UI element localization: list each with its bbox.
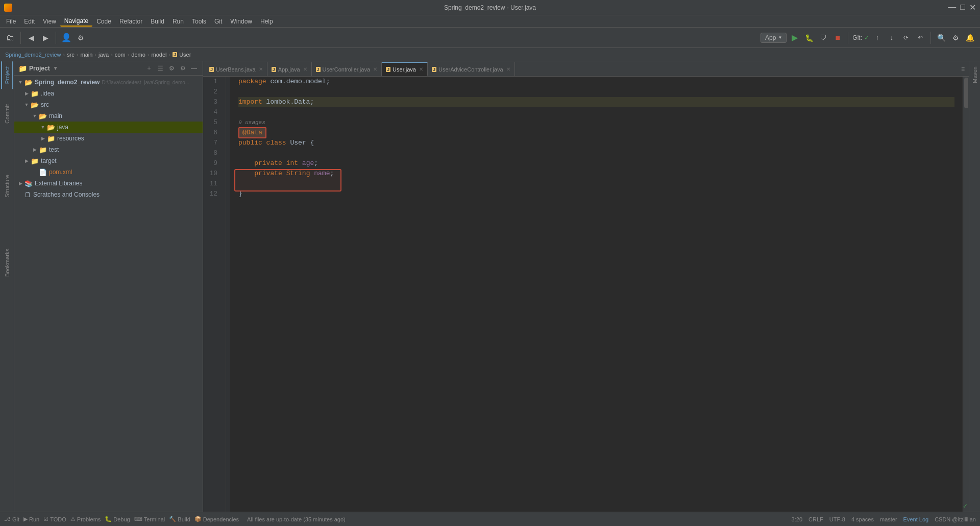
tab-close-icon-ua[interactable]: ✕ xyxy=(506,66,510,72)
menu-build[interactable]: Build xyxy=(146,17,168,26)
git-pull-icon[interactable]: ↓ xyxy=(886,32,898,44)
tree-item-java[interactable]: ▼ 📂 java xyxy=(14,122,203,133)
git-branch-label[interactable]: master xyxy=(880,516,897,522)
debug-status-tab[interactable]: 🐛 Debug xyxy=(105,516,130,522)
debug-btn[interactable]: 🐛 xyxy=(803,32,815,44)
tab-usercontroller[interactable]: J UserController.java ✕ xyxy=(312,62,382,76)
tree-item-src[interactable]: ▼ 📂 src xyxy=(14,99,203,110)
project-tab[interactable]: Project xyxy=(1,61,13,89)
settings-btn[interactable]: ⚙ xyxy=(75,32,87,44)
filter-btn[interactable]: ⚙ xyxy=(167,64,176,73)
structure-tab[interactable]: Structure xyxy=(2,170,12,203)
menu-view[interactable]: View xyxy=(39,17,60,26)
tab-close-icon-app[interactable]: ✕ xyxy=(303,66,307,72)
maximize-button[interactable]: □ xyxy=(960,3,965,12)
profile-btn[interactable]: 👤 xyxy=(60,32,72,44)
menu-window[interactable]: Window xyxy=(226,17,256,26)
indent-setting[interactable]: 4 spaces xyxy=(851,516,874,522)
menu-help[interactable]: Help xyxy=(256,17,277,26)
tab-app[interactable]: J App.java ✕ xyxy=(267,62,312,76)
encoding[interactable]: UTF-8 xyxy=(829,516,845,522)
settings-gear-btn[interactable]: ⚙ xyxy=(949,32,962,44)
run-status-tab[interactable]: ▶ Run xyxy=(23,516,39,522)
menu-run[interactable]: Run xyxy=(168,17,188,26)
tree-item-scratches[interactable]: ▶ 🗒 Scratches and Consoles xyxy=(14,189,203,200)
breadcrumb-demo[interactable]: demo xyxy=(131,52,145,58)
tree-item-pom[interactable]: ▶ 📄 pom.xml xyxy=(14,166,203,178)
breadcrumb-java[interactable]: java xyxy=(99,52,109,58)
commit-tab[interactable]: Commit xyxy=(2,99,12,129)
code-line-5-annotation: @Data xyxy=(238,128,954,138)
dropdown-arrow[interactable]: ▼ xyxy=(53,65,58,71)
tab-close-icon[interactable]: ✕ xyxy=(259,66,263,72)
gear-btn[interactable]: ⚙ xyxy=(178,64,187,73)
maven-label[interactable]: Maven xyxy=(972,66,978,83)
build-status-tab[interactable]: 🔨 Build xyxy=(169,516,190,522)
git-undo-icon[interactable]: ↶ xyxy=(914,32,926,44)
add-btn[interactable]: ＋ xyxy=(144,64,154,73)
breadcrumb-com[interactable]: com xyxy=(115,52,126,58)
tree-item-extlib[interactable]: ▶ 📚 External Libraries xyxy=(14,178,203,189)
menu-edit[interactable]: Edit xyxy=(20,17,39,26)
back-btn[interactable]: ◀ xyxy=(25,32,37,44)
menu-file[interactable]: File xyxy=(2,17,20,26)
tree-label-resources: resources xyxy=(57,135,84,142)
tab-overflow-btn[interactable]: ≡ xyxy=(957,65,969,73)
dependencies-status-tab[interactable]: 📦 Dependencies xyxy=(194,516,239,522)
tree-item-main[interactable]: ▼ 📂 main xyxy=(14,110,203,122)
tree-item-target[interactable]: ▶ 📁 target xyxy=(14,155,203,166)
maven-panel: Maven xyxy=(969,61,980,512)
menu-git[interactable]: Git xyxy=(210,17,226,26)
breadcrumb-project[interactable]: Spring_demo2_review xyxy=(5,52,61,58)
git-status-tab[interactable]: ⎇ Git xyxy=(4,516,19,522)
menu-refactor[interactable]: Refactor xyxy=(115,17,146,26)
src-folder-icon: 📂 xyxy=(31,101,39,109)
menu-tools[interactable]: Tools xyxy=(188,17,210,26)
breadcrumb-model[interactable]: model xyxy=(152,52,167,58)
line-ending[interactable]: CRLF xyxy=(808,516,823,522)
tree-item-resources[interactable]: ▶ 📁 resources xyxy=(14,133,203,144)
tree-label-idea: .idea xyxy=(41,90,54,97)
tree-item-root[interactable]: ▼ 📂 Spring_demo2_review D:\Java\code\tes… xyxy=(14,77,203,88)
tab-close-icon-uc[interactable]: ✕ xyxy=(373,66,377,72)
project-panel-title: Project xyxy=(29,65,50,72)
bookmarks-tab[interactable]: Bookmarks xyxy=(2,244,12,282)
close-button[interactable]: ✕ xyxy=(969,3,976,12)
code-area[interactable]: package com.demo.model; import lombok.Da… xyxy=(230,77,963,512)
notifications-btn[interactable]: 🔔 xyxy=(964,32,976,44)
project-icon-btn[interactable]: 🗂 xyxy=(4,32,16,44)
forward-btn[interactable]: ▶ xyxy=(39,32,52,44)
cursor-position[interactable]: 3:20 xyxy=(792,516,802,522)
breadcrumb-main[interactable]: main xyxy=(80,52,92,58)
separator-3 xyxy=(848,32,848,44)
menu-code[interactable]: Code xyxy=(92,17,115,26)
code-line-6: public class User { xyxy=(238,138,954,148)
terminal-status-tab[interactable]: ⌨ Terminal xyxy=(134,516,165,522)
event-log-label[interactable]: Event Log xyxy=(903,516,929,522)
stop-btn[interactable]: ■ xyxy=(831,32,844,44)
resources-folder-icon: 📁 xyxy=(47,135,55,142)
breadcrumb-src[interactable]: src xyxy=(67,52,75,58)
git-update-icon[interactable]: ⟳ xyxy=(900,32,912,44)
minimize-button[interactable]: — xyxy=(948,3,956,12)
collapse-btn[interactable]: ☰ xyxy=(156,64,165,73)
minimize-panel-btn[interactable]: — xyxy=(189,64,199,73)
tree-item-idea[interactable]: ▶ 📁 .idea xyxy=(14,88,203,99)
breadcrumb-user[interactable]: User xyxy=(179,52,191,58)
tab-useradvice[interactable]: J UserAdviceController.java ✕ xyxy=(428,62,515,76)
problems-status-tab[interactable]: ⚠ Problems xyxy=(70,516,101,522)
search-btn[interactable]: 🔍 xyxy=(935,32,947,44)
tree-item-test[interactable]: ▶ 📁 test xyxy=(14,144,203,155)
git-push-icon[interactable]: ↑ xyxy=(871,32,884,44)
coverage-btn[interactable]: ⛉ xyxy=(817,32,829,44)
tab-userbeans[interactable]: J UserBeans.java ✕ xyxy=(205,62,267,76)
run-btn[interactable]: ▶ xyxy=(789,32,801,44)
tab-close-icon-user[interactable]: ✕ xyxy=(419,66,423,72)
menu-navigate[interactable]: Navigate xyxy=(60,16,92,27)
editor-scrollbar[interactable]: ✓ xyxy=(963,77,969,512)
todo-status-tab[interactable]: ☑ TODO xyxy=(43,516,66,522)
scroll-thumb[interactable] xyxy=(964,78,968,108)
app-selector[interactable]: App ▼ xyxy=(761,33,787,43)
file-tree: ▼ 📂 Spring_demo2_review D:\Java\code\tes… xyxy=(14,76,203,512)
tab-user[interactable]: J User.java ✕ xyxy=(382,62,428,76)
